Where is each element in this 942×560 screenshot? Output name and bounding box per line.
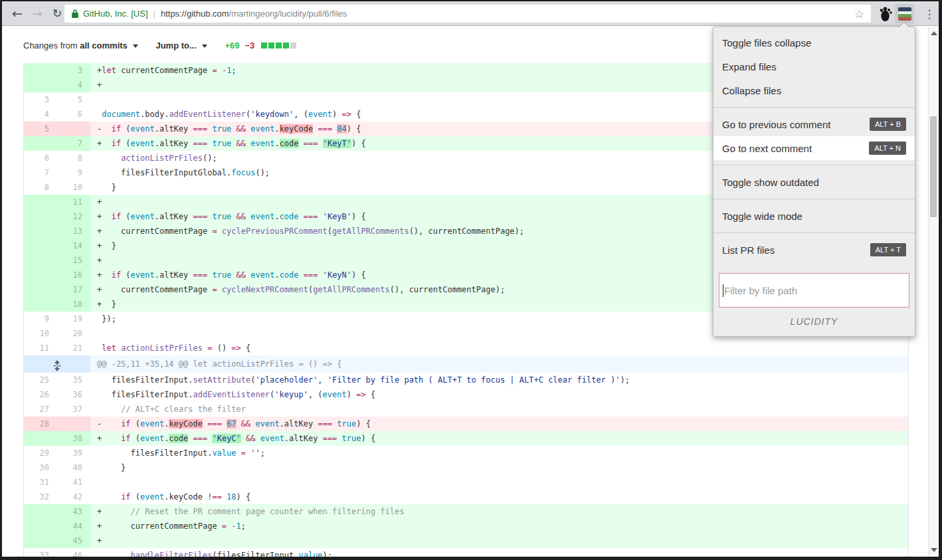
old-line-number[interactable]: 25 (24, 373, 57, 387)
browser-menu-button[interactable]: ⋮ (921, 5, 937, 23)
code-token: code (169, 434, 188, 443)
bookmark-star-icon[interactable]: ☆ (854, 7, 864, 21)
new-line-number[interactable]: 46 (57, 548, 90, 557)
new-line-number[interactable]: 7 (57, 136, 90, 151)
scrollbar-down-arrow-icon[interactable] (931, 548, 937, 552)
lucidity-extension-button[interactable] (895, 4, 914, 23)
new-line-number[interactable] (57, 417, 90, 431)
old-line-number[interactable]: 11 (24, 341, 57, 355)
old-line-number[interactable] (24, 297, 57, 312)
page-scrollbar[interactable] (928, 27, 938, 557)
old-line-number[interactable] (24, 195, 57, 209)
gnome-extension-icon[interactable] (878, 6, 894, 22)
code-token: 'KeyC' (212, 434, 240, 443)
new-line-number[interactable]: 18 (57, 297, 90, 312)
new-line-number[interactable]: 21 (57, 341, 90, 355)
old-line-number[interactable]: 5 (24, 122, 57, 136)
old-line-number[interactable] (24, 238, 57, 253)
new-line-number[interactable]: 36 (57, 387, 90, 402)
popup-item-list-pr-files[interactable]: List PR filesALT + T (713, 238, 915, 262)
new-line-number[interactable]: 44 (57, 519, 90, 533)
new-line-number[interactable]: 39 (57, 446, 90, 460)
reload-button[interactable]: ↻ (48, 4, 66, 23)
new-line-number[interactable]: 4 (57, 78, 90, 92)
new-line-number[interactable]: 3 (57, 63, 90, 78)
old-line-number[interactable] (24, 268, 57, 282)
new-line-number[interactable]: 13 (57, 224, 90, 238)
new-line-number[interactable]: 41 (57, 475, 90, 490)
new-line-number[interactable]: 35 (57, 373, 90, 387)
old-line-number[interactable]: 7 (24, 165, 57, 180)
old-line-number[interactable]: 31 (24, 475, 57, 490)
old-line-number[interactable] (24, 282, 57, 297)
old-line-number[interactable] (24, 136, 57, 151)
new-line-number[interactable]: 6 (57, 107, 90, 122)
old-line-number[interactable]: 8 (24, 180, 57, 195)
old-line-number[interactable] (24, 253, 57, 268)
popup-item-toggle-show-outdated[interactable]: Toggle show outdated (713, 170, 915, 194)
scrollbar-up-arrow-icon[interactable] (931, 31, 937, 35)
new-line-number[interactable]: 45 (57, 533, 90, 548)
old-line-number[interactable]: 27 (24, 402, 57, 417)
new-line-number[interactable]: 12 (57, 209, 90, 224)
old-line-number[interactable]: 6 (24, 151, 57, 165)
new-line-number[interactable]: 10 (57, 180, 90, 195)
code-token: + } (97, 241, 116, 250)
old-line-number[interactable] (24, 533, 57, 548)
new-line-number[interactable]: 19 (57, 312, 90, 326)
code-token: - (231, 521, 236, 531)
new-line-number[interactable]: 9 (57, 165, 90, 180)
new-line-number[interactable]: 8 (57, 151, 90, 165)
old-line-number[interactable]: 32 (24, 490, 57, 504)
new-line-number[interactable] (57, 122, 90, 136)
forward-button[interactable]: → (29, 4, 46, 23)
new-line-number[interactable]: 14 (57, 238, 90, 253)
old-line-number[interactable]: 3 (24, 92, 57, 107)
old-line-number[interactable]: 10 (24, 326, 57, 341)
scrollbar-thumb[interactable] (930, 116, 937, 217)
url-path[interactable]: /martingeorg/lucidity/pull/6/files (229, 9, 347, 19)
code-token: => (356, 390, 365, 399)
new-line-number[interactable]: 16 (57, 268, 90, 282)
old-line-number[interactable]: 4 (24, 107, 57, 122)
old-line-number[interactable]: 29 (24, 446, 57, 460)
new-line-number[interactable]: 20 (57, 326, 90, 341)
old-line-number[interactable] (24, 519, 57, 533)
new-line-number[interactable]: 42 (57, 490, 90, 504)
old-line-number[interactable] (24, 63, 57, 78)
filter-by-file-path-input[interactable]: Filter by file path (719, 273, 909, 308)
changes-from-dropdown[interactable]: Changes from all commits (23, 41, 138, 50)
new-line-number[interactable]: 37 (57, 402, 90, 417)
back-button[interactable]: ← (9, 4, 26, 23)
old-line-number[interactable] (24, 504, 57, 519)
popup-item-go-to-next-comment[interactable]: Go to next commentALT + N (713, 136, 915, 160)
new-line-number[interactable]: 5 (57, 92, 90, 107)
old-line-number[interactable]: 28 (24, 417, 57, 431)
old-line-number[interactable] (24, 78, 57, 92)
old-line-number[interactable]: 33 (24, 548, 57, 557)
old-line-number[interactable] (24, 209, 57, 224)
popup-item-toggle-wide-mode[interactable]: Toggle wide mode (713, 204, 915, 228)
old-line-number[interactable]: 9 (24, 312, 57, 326)
address-bar[interactable]: GitHub, Inc. [US] | https://github.com /… (64, 5, 871, 23)
new-line-number[interactable]: 17 (57, 282, 90, 297)
old-line-number[interactable] (24, 224, 57, 238)
code-token: } (97, 463, 126, 472)
old-line-number[interactable]: 30 (24, 460, 57, 475)
new-line-number[interactable]: 40 (57, 460, 90, 475)
popup-item-expand-files[interactable]: Expand files (713, 54, 915, 78)
new-line-number[interactable]: 15 (57, 253, 90, 268)
popup-item-collapse-files[interactable]: Collapse files (713, 78, 915, 102)
popup-item-go-to-previous-comment[interactable]: Go to previous commentALT + B (713, 112, 915, 136)
popup-item-toggle-files-collapse[interactable]: Toggle files collapse (713, 31, 915, 54)
expand-hunk-button[interactable] (24, 355, 90, 373)
new-line-number[interactable]: 38 (57, 431, 90, 446)
old-line-number[interactable] (24, 431, 57, 446)
code-token: .altKey (155, 139, 193, 148)
old-line-number[interactable]: 26 (24, 387, 57, 402)
new-line-number[interactable]: 11 (57, 195, 90, 209)
new-line-number[interactable]: 43 (57, 504, 90, 519)
jump-to-dropdown[interactable]: Jump to... (155, 41, 207, 50)
secure-origin-label[interactable]: GitHub, Inc. [US] (83, 9, 148, 19)
url-origin[interactable]: https://github.com (161, 9, 229, 19)
